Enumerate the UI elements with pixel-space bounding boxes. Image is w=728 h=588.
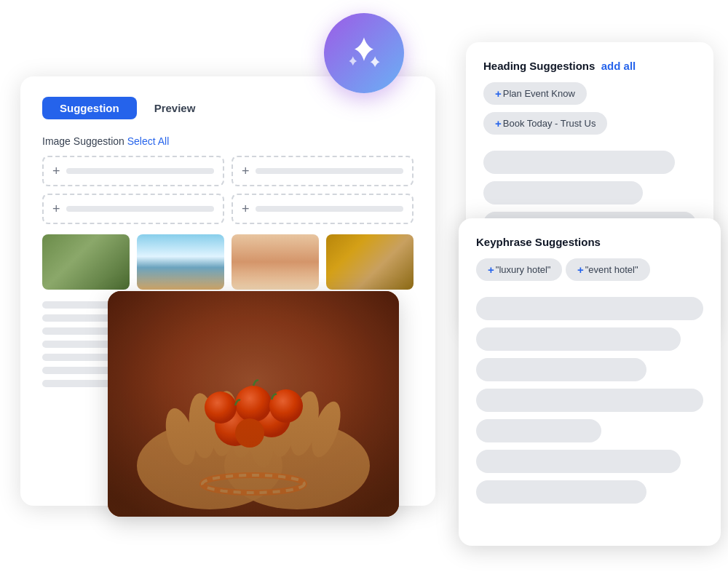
- keyphrase-suggestions-card: Keyphrase Suggestions + "luxury hotel" +…: [459, 218, 721, 546]
- slot-bar-3: [66, 206, 214, 212]
- image-slot-2[interactable]: +: [232, 156, 414, 186]
- svg-point-3: [160, 405, 200, 469]
- thumbnail-2[interactable]: [137, 234, 224, 290]
- slot-bar-2: [256, 168, 403, 174]
- keyphrase-suggestion-2[interactable]: + "event hotel": [566, 258, 650, 281]
- plus-icon-kp-2: +: [577, 263, 584, 276]
- plus-icon-pill-2: +: [495, 117, 502, 130]
- add-all-link[interactable]: add all: [601, 60, 636, 72]
- kp-skel-1: [476, 297, 703, 320]
- image-slots-grid: + + + +: [42, 156, 414, 224]
- svg-point-10: [306, 398, 346, 461]
- heading-skel-1: [483, 151, 675, 174]
- keyphrase-suggestions-title: Keyphrase Suggestions: [476, 236, 703, 248]
- svg-point-12: [253, 400, 290, 437]
- svg-rect-19: [108, 291, 399, 517]
- plus-icon-pill-1: +: [495, 87, 502, 100]
- svg-point-18: [202, 475, 304, 493]
- ai-icon-circle: [324, 13, 404, 93]
- scene: Suggestion Preview Image Suggestion Sele…: [0, 0, 728, 588]
- image-section-label: Image Suggestion Select All: [42, 135, 414, 147]
- svg-point-6: [229, 396, 264, 461]
- tabs-container: Suggestion Preview: [42, 97, 414, 119]
- slot-bar-4: [256, 206, 403, 212]
- kp-skel-2: [476, 327, 681, 351]
- heading-suggestion-1[interactable]: + Plan Event Know: [483, 82, 587, 105]
- svg-point-8: [266, 391, 298, 458]
- heading-suggestion-2[interactable]: + Book Today - Trust Us: [483, 112, 607, 135]
- image-slot-1[interactable]: +: [42, 156, 224, 186]
- svg-point-7: [245, 402, 277, 469]
- image-slot-3[interactable]: +: [42, 194, 224, 224]
- keyphrase-skeleton-lines: [476, 297, 703, 504]
- thumbnail-4[interactable]: [326, 234, 414, 290]
- keyphrase-suggestion-1[interactable]: + "luxury hotel": [476, 258, 562, 281]
- kp-skel-6: [476, 450, 681, 473]
- thumbnail-1[interactable]: [42, 234, 130, 290]
- plus-icon-1: +: [52, 164, 60, 179]
- svg-point-11: [215, 405, 256, 446]
- plus-icon-2: +: [242, 164, 250, 179]
- slot-bar-1: [66, 168, 214, 174]
- big-image-svg: [108, 291, 399, 517]
- heading-skel-2: [483, 181, 643, 204]
- svg-point-14: [205, 392, 237, 424]
- image-slot-4[interactable]: +: [232, 194, 414, 224]
- plus-icon-4: +: [242, 202, 250, 217]
- kp-skel-7: [476, 480, 646, 504]
- thumbnail-row: [42, 234, 414, 290]
- svg-point-16: [235, 418, 264, 448]
- svg-point-13: [235, 386, 272, 422]
- thumbnail-3[interactable]: [232, 234, 319, 290]
- svg-point-15: [269, 389, 303, 423]
- svg-point-1: [137, 422, 282, 509]
- plus-icon-3: +: [52, 202, 60, 217]
- svg-point-5: [208, 390, 240, 458]
- select-all-link[interactable]: Select All: [127, 135, 170, 147]
- svg-point-17: [202, 475, 304, 493]
- kp-skel-3: [476, 358, 646, 381]
- tab-suggestion[interactable]: Suggestion: [42, 97, 137, 119]
- plus-icon-kp-1: +: [488, 263, 494, 276]
- kp-skel-4: [476, 389, 703, 412]
- svg-point-4: [186, 392, 218, 460]
- sparkle-icon: [345, 34, 383, 72]
- kp-skel-5: [476, 419, 601, 442]
- svg-point-2: [224, 422, 370, 509]
- heading-suggestions-title: Heading Suggestions add all: [483, 60, 696, 72]
- big-image-card: [108, 291, 399, 517]
- tab-preview[interactable]: Preview: [137, 97, 213, 119]
- svg-point-9: [285, 389, 324, 458]
